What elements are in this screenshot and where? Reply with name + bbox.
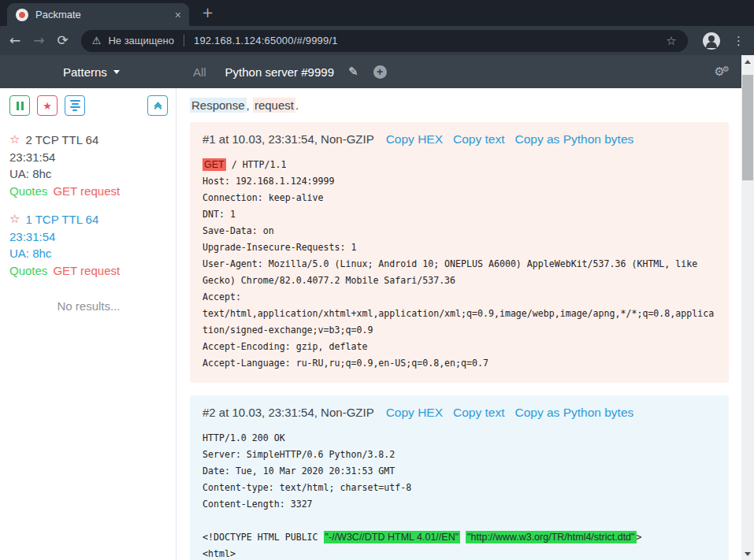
chevron-down-icon — [113, 70, 120, 74]
copy-python-bytes-link[interactable]: Copy as Python bytes — [515, 406, 634, 420]
add-pattern-button[interactable]: + — [373, 65, 387, 79]
pattern-tag[interactable]: GET request — [53, 184, 120, 198]
tab-close-icon[interactable]: × — [175, 9, 181, 21]
scrollbar-thumb[interactable] — [742, 75, 753, 180]
content-area: ★ ☆ 2 TCP TTL 64 23:31:54 UA: 8hc Quotes… — [0, 88, 741, 560]
not-secure-warning-icon: ⚠ — [92, 35, 102, 46]
security-label: Не защищено — [108, 35, 174, 46]
browser-menu-icon[interactable]: ⋮ — [733, 34, 745, 48]
app-navbar: Patterns All Python server #9999 ✎ + ⚙⚙ — [0, 55, 754, 88]
stream-time: 23:31:54 — [9, 149, 168, 166]
copy-python-bytes-link[interactable]: Copy as Python bytes — [515, 132, 634, 146]
favorite-star-icon[interactable]: ☆ — [9, 211, 20, 228]
tab-title: Packmate — [35, 9, 168, 20]
browser-toolbar: ← → ⟳ ⚠ Не защищено 192.168.1.124:65000/… — [0, 26, 754, 55]
stream-detail-panel: Response, request. #1 at 10.03, 23:31:54… — [176, 88, 741, 560]
settings-gears-icon[interactable]: ⚙⚙ — [715, 65, 730, 79]
streams-sidebar: ★ ☆ 2 TCP TTL 64 23:31:54 UA: 8hc Quotes… — [0, 88, 176, 560]
favorites-filter-button[interactable]: ★ — [37, 95, 58, 116]
forward-icon[interactable]: → — [33, 34, 44, 47]
scrollbar-up-arrow[interactable] — [741, 56, 754, 67]
profile-avatar[interactable] — [703, 32, 720, 50]
stream-list-item[interactable]: ☆ 2 TCP TTL 64 23:31:54 UA: 8hc QuotesGE… — [9, 132, 168, 199]
url-text[interactable]: 192.168.1.124:65000/#/9999/1 — [194, 35, 338, 46]
filter-summary: Response, request. — [190, 98, 729, 112]
tab-all-streams[interactable]: All — [193, 65, 206, 79]
new-tab-button[interactable]: + — [202, 6, 214, 20]
stream-title: 1 TCP TTL 64 — [25, 211, 98, 228]
no-results-label: No results... — [9, 299, 168, 313]
stream-time: 23:31:54 — [9, 228, 168, 246]
pattern-tag[interactable]: GET request — [53, 264, 120, 277]
back-icon[interactable]: ← — [9, 34, 20, 47]
copy-hex-link[interactable]: Copy HEX — [386, 132, 443, 146]
pattern-tag[interactable]: Quotes — [9, 184, 47, 198]
collapse-sidebar-button[interactable] — [147, 95, 168, 116]
browser-tab[interactable]: Packmate × — [7, 3, 189, 26]
copy-text-link[interactable]: Copy text — [453, 132, 504, 146]
patterns-label: Patterns — [63, 65, 107, 79]
stream-user-agent: UA: 8hc — [9, 245, 168, 262]
reload-icon[interactable]: ⟳ — [58, 34, 69, 47]
stream-tags: QuotesGET request — [9, 183, 168, 200]
stream-title: 2 TCP TTL 64 — [25, 132, 98, 149]
stream-list-item-selected[interactable]: ☆ 1 TCP TTL 64 23:31:54 UA: 8hc QuotesGE… — [9, 211, 168, 279]
address-bar[interactable]: ⚠ Не защищено 192.168.1.124:65000/#/9999… — [81, 30, 688, 52]
edit-pattern-icon[interactable]: ✎ — [348, 65, 358, 79]
pause-capture-button[interactable] — [9, 95, 30, 116]
tab-current-pattern[interactable]: Python server #9999 — [225, 65, 334, 79]
address-divider — [184, 35, 184, 46]
copy-text-link[interactable]: Copy text — [453, 406, 504, 420]
stream-list-button[interactable] — [65, 95, 85, 116]
favorite-star-icon[interactable]: ☆ — [9, 132, 20, 149]
packet-request-block: #1 at 10.03, 23:31:54, Non-GZIP Copy HEX… — [190, 122, 729, 383]
page-scrollbar[interactable] — [741, 55, 754, 560]
patterns-dropdown[interactable]: Patterns — [63, 65, 120, 79]
pattern-tag[interactable]: Quotes — [9, 264, 47, 277]
packet-title: #2 at 10.03, 23:31:54, Non-GZIP — [202, 406, 374, 419]
sidebar-toolbar: ★ — [9, 95, 168, 116]
bookmark-star-icon[interactable]: ☆ — [666, 34, 676, 48]
packet-body: GET / HTTP/1.1 Host: 192.168.1.124:9999 … — [202, 157, 719, 372]
browser-tab-strip: Packmate × + — [0, 0, 754, 26]
stream-user-agent: UA: 8hc — [9, 165, 168, 183]
packet-header: #1 at 10.03, 23:31:54, Non-GZIP Copy HEX… — [202, 132, 719, 146]
packmate-favicon-icon — [16, 9, 28, 21]
packet-response-block: #2 at 10.03, 23:31:54, Non-GZIP Copy HEX… — [190, 395, 729, 560]
packet-header: #2 at 10.03, 23:31:54, Non-GZIP Copy HEX… — [202, 406, 719, 420]
stream-tags: QuotesGET request — [9, 262, 168, 280]
scrollbar-down-arrow[interactable] — [741, 548, 754, 559]
packet-body: HTTP/1.0 200 OK Server: SimpleHTTP/0.6 P… — [202, 430, 719, 560]
copy-hex-link[interactable]: Copy HEX — [386, 406, 443, 420]
packet-title: #1 at 10.03, 23:31:54, Non-GZIP — [202, 132, 374, 146]
